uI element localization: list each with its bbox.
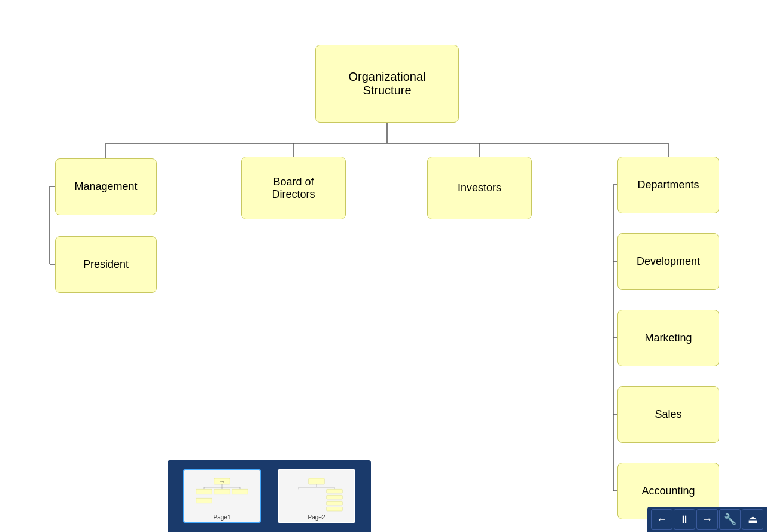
page-thumb-1[interactable]: Org Page1: [183, 469, 261, 523]
svg-rect-24: [232, 489, 248, 494]
svg-rect-31: [327, 489, 343, 493]
page1-preview-svg: Org: [192, 475, 252, 517]
node-president[interactable]: President: [55, 236, 157, 293]
page1-label: Page1: [214, 514, 231, 521]
node-board[interactable]: Board ofDirectors: [241, 157, 346, 219]
pause-button[interactable]: ⏸: [674, 509, 695, 530]
svg-rect-22: [196, 489, 212, 494]
node-root[interactable]: OrganizationalStructure: [315, 45, 459, 123]
svg-rect-25: [196, 498, 212, 503]
svg-rect-33: [327, 501, 343, 505]
page2-preview-svg: [287, 475, 346, 517]
back-button[interactable]: ←: [651, 509, 672, 530]
svg-rect-32: [327, 495, 343, 499]
toolbar: ← ⏸ → 🔧 ⏏: [647, 507, 767, 532]
svg-rect-34: [327, 507, 343, 511]
settings-button[interactable]: 🔧: [719, 509, 741, 530]
node-management[interactable]: Management: [55, 158, 157, 215]
node-investors[interactable]: Investors: [427, 157, 532, 219]
node-departments[interactable]: Departments: [617, 157, 719, 213]
node-sales[interactable]: Sales: [617, 386, 719, 443]
svg-rect-26: [309, 478, 325, 484]
page2-label: Page2: [308, 514, 325, 521]
exit-button[interactable]: ⏏: [742, 509, 763, 530]
forward-button[interactable]: →: [696, 509, 718, 530]
svg-text:Org: Org: [220, 481, 224, 483]
diagram-area: OrganizationalStructure Management Presi…: [0, 0, 767, 532]
node-development[interactable]: Development: [617, 233, 719, 290]
page-thumb-2[interactable]: Page2: [278, 469, 355, 523]
svg-rect-23: [214, 489, 230, 494]
page-navigator: Org Page1: [168, 460, 371, 532]
node-marketing[interactable]: Marketing: [617, 310, 719, 366]
